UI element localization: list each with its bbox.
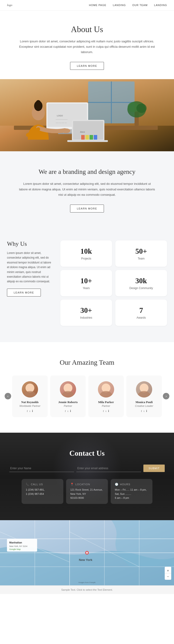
nav-link-2[interactable]: OUR TEAM [132,4,148,6]
nav-links: HOME PAGELANDINGOUR TEAMLANDING [89,4,167,6]
stat-label: Industries [65,316,107,319]
svg-text:−: − [167,575,169,578]
nav-logo: logo [7,3,12,7]
stat-label: Design Community [120,286,162,290]
footer-sample-text: Sample Text. Click to select the Text El… [0,585,174,594]
team-member-name: Jennie Roberts [54,400,82,404]
avatar-body [99,391,113,398]
why-us-right: 10k Projects 50+ Team 10+ Years 30k Desi… [60,240,167,326]
team-member-name: Monica Pouli [130,400,158,404]
avatar-face [136,381,152,398]
carousel-prev-button[interactable]: ‹ [5,393,11,400]
navbar: logo HOME PAGELANDINGOUR TEAMLANDING [0,0,174,10]
hero-image: LOGO ──────────── ═══ ══ ═══ ══ Deco [0,79,174,151]
svg-rect-21 [81,135,85,140]
contact-form: SUBMIT [9,464,165,472]
hero-illustration: LOGO ──────────── ═══ ══ ═══ ══ Deco [0,79,174,151]
info-icon: 🕐 [115,483,119,486]
facebook-icon[interactable]: f [141,410,142,413]
team-member-role: Partner [92,404,120,407]
svg-rect-22 [85,135,89,140]
info-icon: 📍 [70,483,74,486]
twitter-icon[interactable]: t [144,410,144,413]
svg-text:New York: New York [79,558,92,562]
info-card-title: 🕐 HOURS [115,483,148,486]
nav-link-3[interactable]: LANDING [154,4,167,6]
carousel-next-button[interactable]: › [163,393,169,400]
svg-text:LOGO: LOGO [57,114,63,117]
stat-label: Projects [65,257,107,260]
svg-text:────────────: ──────────── [55,119,68,120]
nav-link-0[interactable]: HOME PAGE [89,4,106,6]
twitter-icon[interactable]: t [68,410,68,413]
about-title: About Us [18,24,156,34]
team-cards: Nat Reynolds Worldwide Partner f t 𝗶 Jen… [11,376,163,416]
stat-label: Years [65,286,107,290]
contact-info-card-0: 📞 CALL US 1 (234) 567-891,1 (234) 987-65… [22,479,63,504]
svg-point-20 [136,104,147,113]
team-member-card: Monica Pouli Creative Leader f t 𝗶 [127,376,162,416]
nav-link-1[interactable]: LANDING [113,4,126,6]
contact-name-input[interactable] [9,464,74,472]
stat-label: Awards [120,316,162,319]
stat-card: 10k Projects [60,240,112,267]
contact-title: Contact Us [9,449,165,458]
team-member-role: Partner [54,404,82,407]
svg-text:+: + [167,568,169,572]
avatar-face [98,381,114,398]
instagram-icon[interactable]: 𝗶 [70,410,71,413]
social-icons: f t 𝗶 [54,410,82,413]
branding-title: We are a branding and design agency [18,168,156,176]
info-card-text: 121 Rock Street, 21 Avenue, New York, NY… [70,488,104,500]
avatar [136,381,152,398]
why-us-section: Why Us Lorem ipsum dolor sit amet, conse… [0,224,174,342]
avatar-body [137,391,151,398]
avatar-face [60,381,76,398]
svg-text:New York, NY 3104: New York, NY 3104 [9,545,27,548]
svg-text:Manhattan: Manhattan [9,541,22,544]
social-icons: f t 𝗶 [92,410,120,413]
stat-card: 50+ Team [115,240,167,267]
contact-info-cards: 📞 CALL US 1 (234) 567-891,1 (234) 987-65… [9,479,165,504]
about-body: Lorem ipsum dolor sit amet, consectetur … [18,39,156,55]
facebook-icon[interactable]: f [103,410,104,413]
svg-point-16 [62,128,70,133]
svg-rect-24 [94,135,97,140]
stat-card: 30+ Industries [60,300,112,326]
branding-section: We are a branding and design agency Lore… [0,151,174,224]
contact-email-input[interactable] [76,464,141,472]
instagram-icon[interactable]: 𝗶 [146,410,147,413]
svg-point-15 [36,100,41,105]
svg-text:Deco: Deco [80,131,85,133]
twitter-icon[interactable]: t [29,410,30,413]
contact-section: Contact Us SUBMIT 📞 CALL US 1 (234) 567-… [0,433,174,520]
team-title: Our Amazing Team [5,358,169,366]
map-illustration: Manhattan New York, NY 3104 Google Map N… [0,520,174,585]
stat-label: Team [120,257,162,260]
stat-number: 50+ [120,247,162,256]
instagram-icon[interactable]: 𝗶 [32,410,33,413]
team-member-role: Creative Leader [130,404,158,407]
why-us-cta-button[interactable]: LEARN MORE [7,288,41,296]
avatar [22,381,38,398]
social-icons: f t 𝗶 [16,410,44,413]
info-card-text: 1 (234) 567-891,1 (234) 987-654 [26,488,59,496]
team-carousel: ‹ Nat Reynolds Worldwide Partner f t 𝗶 J… [5,376,169,416]
social-icons: f t 𝗶 [130,410,158,413]
why-us-left: Why Us Lorem ipsum dolor sit amet, conse… [7,240,53,296]
stat-card: 7 Awards [115,300,167,326]
branding-cta-button[interactable]: LEARN MORE [70,204,104,212]
twitter-icon[interactable]: t [105,410,106,413]
facebook-icon[interactable]: f [65,410,66,413]
avatar-body [61,391,75,398]
about-cta-button[interactable]: LEARN MORE [70,62,104,70]
about-section: About Us Lorem ipsum dolor sit amet, con… [0,10,174,79]
contact-submit-button[interactable]: SUBMIT [143,464,165,472]
avatar-body [23,391,37,398]
facebook-icon[interactable]: f [27,410,28,413]
info-icon: 📞 [26,483,29,486]
team-member-name: Nat Reynolds [16,400,44,404]
instagram-icon[interactable]: 𝗶 [108,410,109,413]
contact-info-card-2: 🕐 HOURS Mon – Fri….. 11 am – 8 pm, Sat, … [111,479,152,504]
team-member-card: Jennie Roberts Partner f t 𝗶 [51,376,85,416]
